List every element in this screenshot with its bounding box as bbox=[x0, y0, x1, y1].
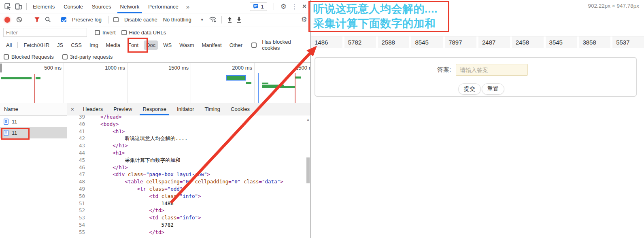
code-text: 5782 bbox=[88, 221, 174, 229]
type-filter-wasm[interactable]: Wasm bbox=[177, 40, 196, 50]
code-token: <table bbox=[88, 178, 146, 185]
type-filter-css[interactable]: CSS bbox=[68, 40, 84, 50]
type-filter-font[interactable]: Font bbox=[125, 40, 141, 50]
answer-input[interactable] bbox=[456, 64, 528, 76]
code-text: <tr class="odd"> bbox=[88, 185, 186, 193]
filter-funnel-icon[interactable] bbox=[34, 17, 40, 23]
tab-console[interactable]: Console bbox=[59, 0, 87, 13]
device-toolbar-icon[interactable] bbox=[15, 3, 22, 10]
type-filter-media[interactable]: Media bbox=[104, 40, 123, 50]
request-bar[interactable] bbox=[1, 77, 32, 79]
code-token: </head> bbox=[88, 114, 122, 120]
export-har-icon[interactable] bbox=[236, 17, 242, 23]
line-number: 47 bbox=[67, 171, 88, 178]
main-tabs: ElementsConsoleSourcesNetworkPerformance bbox=[28, 0, 183, 13]
issues-count: 1 bbox=[261, 4, 264, 10]
kebab-menu-icon[interactable]: ⋮ bbox=[291, 4, 298, 10]
code-line: 40 <body> bbox=[67, 121, 306, 128]
throttling-select[interactable]: No throttling bbox=[163, 17, 191, 23]
invert-checkbox[interactable] bbox=[95, 30, 100, 35]
code-line: 45 采集计算下面数字的加和 bbox=[67, 157, 306, 164]
code-token: 5782 bbox=[88, 222, 174, 228]
code-token: > bbox=[183, 186, 186, 192]
clear-icon[interactable] bbox=[16, 17, 22, 23]
tab-sources[interactable]: Sources bbox=[87, 0, 116, 13]
divider bbox=[296, 16, 296, 23]
type-filter-js[interactable]: JS bbox=[55, 40, 66, 50]
code-text: <h1> bbox=[88, 128, 125, 135]
network-overview-timeline[interactable]: 500 ms1000 ms1500 ms2000 ms2500 ms bbox=[0, 63, 310, 103]
response-code-view[interactable]: 39 </head>40 <body>41 <h1>42 听说这玩意人均会解的.… bbox=[67, 113, 306, 238]
request-rows: 1111 bbox=[0, 116, 67, 138]
answer-label: 答案: bbox=[437, 66, 451, 74]
code-token: <td bbox=[88, 215, 162, 221]
hide-data-urls-checkbox[interactable] bbox=[121, 30, 127, 35]
close-devtools-icon[interactable]: × bbox=[302, 2, 306, 11]
filter-input[interactable] bbox=[3, 28, 87, 37]
code-token: </td> bbox=[88, 229, 164, 235]
load-event-marker bbox=[295, 73, 295, 103]
type-filter-doc[interactable]: Doc bbox=[144, 40, 158, 50]
type-filter-img[interactable]: Img bbox=[87, 40, 101, 50]
code-token: cellpadding bbox=[195, 178, 228, 185]
line-number: 54 bbox=[67, 221, 88, 229]
blocked-requests-checkbox[interactable] bbox=[4, 54, 9, 60]
tab-performance[interactable]: Performance bbox=[144, 0, 183, 13]
tab-network[interactable]: Network bbox=[116, 0, 144, 13]
request-bar[interactable] bbox=[262, 83, 268, 84]
request-bar[interactable] bbox=[36, 77, 40, 79]
type-filter-manifest[interactable]: Manifest bbox=[199, 40, 224, 50]
timeline-handle[interactable] bbox=[0, 64, 2, 72]
chevron-down-icon[interactable]: ▼ bbox=[200, 18, 204, 22]
tab-elements[interactable]: Elements bbox=[28, 0, 59, 13]
request-bar[interactable] bbox=[295, 76, 301, 79]
settings-gear-icon[interactable]: ⚙ bbox=[281, 3, 287, 10]
issues-button[interactable]: 1 bbox=[250, 2, 267, 11]
more-tabs-icon[interactable]: » bbox=[183, 3, 193, 10]
code-token: </h1> bbox=[88, 142, 128, 149]
request-bar[interactable] bbox=[246, 82, 251, 84]
line-number: 51 bbox=[67, 200, 88, 207]
type-filter-other[interactable]: Other bbox=[227, 40, 245, 50]
name-column-header[interactable]: Name bbox=[0, 103, 67, 116]
domcontentloaded-marker bbox=[258, 73, 259, 103]
code-token: "0" bbox=[183, 178, 192, 185]
preserve-log-checkbox[interactable] bbox=[61, 17, 66, 22]
request-row[interactable]: 11 bbox=[0, 116, 67, 127]
code-scrollbar[interactable]: ▲ bbox=[306, 115, 310, 238]
record-icon[interactable] bbox=[4, 17, 10, 23]
divider bbox=[274, 3, 274, 10]
has-blocked-cookies-checkbox[interactable] bbox=[251, 42, 257, 48]
scroll-up-icon[interactable]: ▲ bbox=[306, 118, 310, 121]
network-settings-gear-icon[interactable]: ⚙ bbox=[301, 16, 307, 23]
type-filter-ws[interactable]: WS bbox=[161, 40, 174, 50]
timeline-gridline bbox=[64, 63, 64, 103]
document-icon bbox=[4, 130, 9, 136]
line-number: 40 bbox=[67, 121, 88, 128]
request-bar[interactable] bbox=[262, 86, 295, 88]
inspect-icon[interactable] bbox=[4, 3, 11, 10]
blocked-requests-label: Blocked Requests bbox=[11, 54, 54, 60]
submit-button[interactable]: 提交 bbox=[458, 83, 481, 95]
disable-cache-checkbox[interactable] bbox=[113, 17, 119, 22]
code-text: </td> bbox=[88, 207, 164, 214]
search-icon[interactable] bbox=[45, 17, 51, 23]
code-token: > bbox=[207, 171, 210, 177]
line-number: 53 bbox=[67, 214, 88, 221]
type-filter-fetch-xhr[interactable]: Fetch/XHR bbox=[21, 40, 52, 50]
network-conditions-icon[interactable] bbox=[209, 17, 217, 23]
import-har-icon[interactable] bbox=[227, 17, 233, 23]
close-details-icon[interactable]: × bbox=[67, 106, 78, 113]
scrollbar-thumb[interactable] bbox=[306, 157, 310, 183]
third-party-checkbox[interactable] bbox=[62, 54, 68, 60]
code-token: class bbox=[128, 171, 143, 177]
code-token: </h1> bbox=[88, 164, 128, 170]
divider bbox=[29, 16, 29, 23]
code-text: <body> bbox=[88, 121, 119, 128]
request-row[interactable]: 11 bbox=[0, 127, 67, 138]
reset-button[interactable]: 重置 bbox=[482, 83, 504, 95]
type-filter-all[interactable]: All bbox=[4, 40, 14, 50]
code-token: "info" bbox=[180, 215, 198, 221]
request-bar-selected[interactable] bbox=[226, 75, 246, 81]
line-number: 46 bbox=[67, 164, 88, 171]
